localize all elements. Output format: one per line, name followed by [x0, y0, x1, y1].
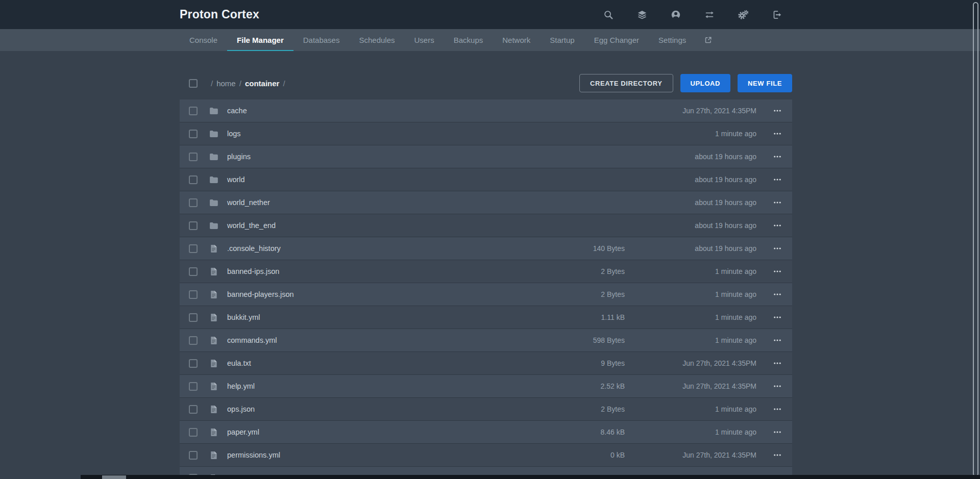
- row-checkbox[interactable]: [189, 313, 198, 322]
- file-name[interactable]: cache: [227, 107, 543, 115]
- folder-icon: [208, 220, 219, 231]
- vertical-scrollbar-thumb[interactable]: [973, 2, 978, 476]
- row-menu-button[interactable]: [756, 106, 785, 115]
- row-checkbox[interactable]: [189, 290, 198, 299]
- file-name[interactable]: banned-players.json: [227, 290, 543, 298]
- file-row[interactable]: commands.yml 598 Bytes 1 minute ago: [180, 329, 792, 352]
- row-checkbox[interactable]: [189, 130, 198, 138]
- folder-icon: [208, 106, 219, 116]
- row-menu-button[interactable]: [756, 359, 785, 368]
- row-checkbox[interactable]: [189, 267, 198, 276]
- tab-users[interactable]: Users: [405, 29, 444, 51]
- row-menu-button[interactable]: [756, 382, 785, 391]
- row-checkbox[interactable]: [189, 336, 198, 345]
- new-file-button[interactable]: NEW FILE: [738, 74, 792, 92]
- breadcrumb: / home / container /: [211, 79, 285, 88]
- row-checkbox[interactable]: [189, 405, 198, 414]
- tab-egg-changer[interactable]: Egg Changer: [584, 29, 649, 51]
- file-name[interactable]: eula.txt: [227, 359, 543, 367]
- file-name[interactable]: permissions.yml: [227, 451, 543, 459]
- row-checkbox[interactable]: [189, 382, 198, 391]
- row-checkbox[interactable]: [189, 359, 198, 368]
- breadcrumb-home[interactable]: home: [216, 79, 236, 88]
- row-menu-button[interactable]: [756, 267, 785, 276]
- file-row[interactable]: help.yml 2.52 kB Jun 27th, 2021 4:35PM: [180, 375, 792, 398]
- file-name[interactable]: world_nether: [227, 198, 543, 207]
- breadcrumb-separator: /: [211, 79, 213, 88]
- file-name[interactable]: world_the_end: [227, 221, 543, 230]
- tab-startup[interactable]: Startup: [540, 29, 584, 51]
- file-row[interactable]: banned-ips.json 2 Bytes 1 minute ago: [180, 260, 792, 283]
- top-header: Proton Cortex: [0, 0, 980, 29]
- file-name[interactable]: ops.json: [227, 405, 543, 413]
- gears-icon[interactable]: [737, 9, 749, 21]
- row-menu-button[interactable]: [756, 198, 785, 207]
- file-name[interactable]: paper.yml: [227, 428, 543, 436]
- select-all-checkbox[interactable]: [189, 79, 198, 88]
- row-menu-button[interactable]: [756, 244, 785, 253]
- app-title[interactable]: Proton Cortex: [180, 8, 259, 21]
- tab-settings[interactable]: Settings: [649, 29, 696, 51]
- file-name[interactable]: .console_history: [227, 244, 543, 253]
- tab-console[interactable]: Console: [180, 29, 227, 51]
- row-menu-button[interactable]: [756, 336, 785, 345]
- file-row[interactable]: paper.yml 8.46 kB 1 minute ago: [180, 421, 792, 444]
- file-size: 2 Bytes: [543, 405, 625, 413]
- file-size: 2 Bytes: [543, 267, 625, 275]
- external-link-icon[interactable]: [696, 29, 721, 51]
- row-menu-button[interactable]: [756, 152, 785, 161]
- file-row[interactable]: permissions.yml 0 kB Jun 27th, 2021 4:35…: [180, 444, 792, 467]
- file-size: 140 Bytes: [543, 244, 625, 253]
- row-checkbox[interactable]: [189, 198, 198, 207]
- file-row[interactable]: eula.txt 9 Bytes Jun 27th, 2021 4:35PM: [180, 352, 792, 375]
- file-row[interactable]: logs 1 minute ago: [180, 122, 792, 145]
- tab-file-manager[interactable]: File Manager: [227, 29, 293, 51]
- row-menu-button[interactable]: [756, 129, 785, 138]
- file-row[interactable]: world_nether about 19 hours ago: [180, 191, 792, 214]
- tab-databases[interactable]: Databases: [293, 29, 350, 51]
- file-row[interactable]: ops.json 2 Bytes 1 minute ago: [180, 398, 792, 421]
- search-icon[interactable]: [602, 9, 615, 21]
- tab-bar: ConsoleFile ManagerDatabasesSchedulesUse…: [0, 29, 980, 51]
- file-row[interactable]: plugins about 19 hours ago: [180, 145, 792, 168]
- row-menu-button[interactable]: [756, 427, 785, 437]
- file-name[interactable]: help.yml: [227, 382, 543, 390]
- file-name[interactable]: logs: [227, 130, 543, 138]
- file-row[interactable]: banned-players.json 2 Bytes 1 minute ago: [180, 283, 792, 306]
- transfers-icon[interactable]: [703, 9, 716, 21]
- tab-schedules[interactable]: Schedules: [349, 29, 404, 51]
- file-name[interactable]: plugins: [227, 153, 543, 161]
- row-checkbox[interactable]: [189, 175, 198, 184]
- file-modified: Jun 27th, 2021 4:35PM: [625, 359, 756, 367]
- row-checkbox[interactable]: [189, 428, 198, 437]
- file-name[interactable]: world: [227, 175, 543, 184]
- row-checkbox[interactable]: [189, 153, 198, 161]
- row-menu-button[interactable]: [756, 175, 785, 184]
- upload-button[interactable]: UPLOAD: [680, 74, 731, 92]
- tab-network[interactable]: Network: [493, 29, 540, 51]
- row-menu-button[interactable]: [756, 450, 785, 460]
- file-name[interactable]: commands.yml: [227, 336, 543, 344]
- file-row[interactable]: cache Jun 27th, 2021 4:35PM: [180, 99, 792, 122]
- layers-icon[interactable]: [636, 9, 648, 21]
- row-checkbox[interactable]: [189, 107, 198, 115]
- file-size: 0 kB: [543, 451, 625, 459]
- logout-icon[interactable]: [771, 9, 783, 21]
- file-icon: [208, 450, 219, 461]
- row-menu-button[interactable]: [756, 313, 785, 322]
- file-name[interactable]: bukkit.yml: [227, 313, 543, 321]
- file-row[interactable]: world_the_end about 19 hours ago: [180, 214, 792, 237]
- row-menu-button[interactable]: [756, 405, 785, 414]
- row-checkbox[interactable]: [189, 244, 198, 253]
- row-checkbox[interactable]: [189, 451, 198, 460]
- file-row[interactable]: .console_history 140 Bytes about 19 hour…: [180, 237, 792, 260]
- file-row[interactable]: world about 19 hours ago: [180, 168, 792, 191]
- tab-backups[interactable]: Backups: [444, 29, 493, 51]
- row-menu-button[interactable]: [756, 290, 785, 299]
- file-row[interactable]: bukkit.yml 1.11 kB 1 minute ago: [180, 306, 792, 329]
- row-menu-button[interactable]: [756, 221, 785, 230]
- file-name[interactable]: banned-ips.json: [227, 267, 543, 275]
- row-checkbox[interactable]: [189, 221, 198, 230]
- create-directory-button[interactable]: CREATE DIRECTORY: [579, 74, 673, 92]
- account-icon[interactable]: [670, 9, 682, 21]
